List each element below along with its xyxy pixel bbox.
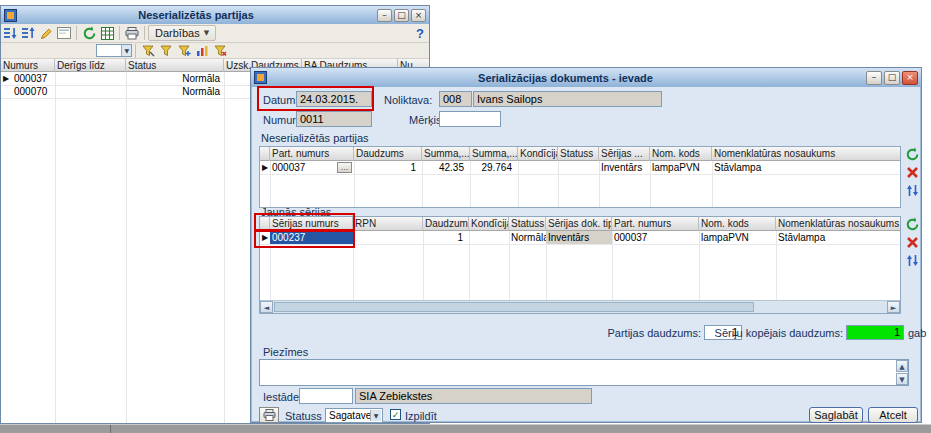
bg-toolbar-filter: ▼ bbox=[1, 43, 429, 59]
minimize-icon[interactable]: – bbox=[866, 71, 882, 85]
cell-numurs[interactable]: 000070 bbox=[12, 85, 55, 98]
filter-add-icon[interactable] bbox=[175, 43, 193, 59]
col-daudzums[interactable]: Daudzums bbox=[423, 217, 469, 231]
filter-clear-icon[interactable] bbox=[211, 43, 229, 59]
cell-part-numurs[interactable]: 000037 bbox=[612, 231, 699, 244]
scroll-right-icon[interactable]: ► bbox=[887, 301, 900, 313]
col-daudzums[interactable]: Daudzums bbox=[354, 147, 422, 161]
cell-part-numurs[interactable]: 000037 bbox=[270, 161, 336, 174]
row-marker-icon: ▶ bbox=[262, 231, 268, 244]
cell-status[interactable]: Normāla bbox=[128, 85, 222, 98]
col-rpn[interactable]: RPN bbox=[353, 217, 423, 231]
save-button[interactable]: Saglabāt bbox=[809, 407, 863, 423]
dialog-serializacijas-dokuments: Serializācijas dokuments - ievade – □ × … bbox=[250, 67, 922, 423]
col-nosaukums[interactable]: Nomenklatūras nosaukums bbox=[776, 217, 902, 231]
company-field: SIA Zebiekstes bbox=[355, 388, 592, 404]
cell-nom-kods[interactable]: lampaPVN bbox=[699, 231, 776, 244]
lookup-button[interactable]: … bbox=[337, 162, 352, 173]
maximize-icon[interactable]: □ bbox=[884, 71, 900, 85]
col-statuss[interactable]: Statuss bbox=[558, 147, 599, 161]
cancel-button[interactable]: Atcelt bbox=[868, 407, 918, 423]
filter-icon[interactable] bbox=[157, 43, 175, 59]
col-part-numurs[interactable]: Part. numurs bbox=[270, 147, 354, 161]
combo-arrow-icon[interactable]: ▼ bbox=[370, 410, 381, 421]
merkis-input[interactable] bbox=[439, 111, 501, 127]
help-icon[interactable]: ? bbox=[411, 25, 429, 41]
sort-rows-icon[interactable] bbox=[1, 25, 19, 41]
col-summa-2[interactable]: Summa,... bbox=[470, 147, 518, 161]
col-dok-tips[interactable]: Sērijas dok. tips bbox=[546, 217, 612, 231]
series-refresh-green-icon[interactable] bbox=[903, 216, 921, 233]
noliktava-field[interactable]: 008 bbox=[439, 91, 472, 107]
cell-serijas[interactable]: Inventārs bbox=[599, 161, 650, 174]
filter-edit-icon[interactable] bbox=[139, 43, 157, 59]
scroll-up-icon[interactable]: ▲ bbox=[896, 360, 908, 372]
maximize-icon[interactable]: □ bbox=[394, 9, 409, 22]
cell-summa-2[interactable]: 29.764 bbox=[470, 161, 514, 174]
sort-rows-desc-icon[interactable] bbox=[19, 25, 37, 41]
card-icon[interactable] bbox=[55, 25, 73, 41]
edit-pencil-icon[interactable] bbox=[37, 25, 55, 41]
cell-nosaukums[interactable]: Stāvlampa bbox=[712, 161, 900, 174]
cell-summa-1[interactable]: 42.35 bbox=[422, 161, 466, 174]
series-reorder-blue-icon[interactable] bbox=[903, 252, 921, 269]
gab-unit-label: gab bbox=[908, 325, 926, 341]
responsible-field[interactable]: Ivans Sailops bbox=[473, 91, 662, 107]
col-nom-kods[interactable]: Nom. kods bbox=[699, 217, 776, 231]
col-summa-1[interactable]: Summa,... bbox=[422, 147, 470, 161]
datums-field[interactable]: 24.03.2015. bbox=[296, 91, 372, 107]
actions-dropdown-button[interactable]: Darbības ▼ bbox=[148, 25, 216, 41]
column-header-derigs-lidz[interactable]: Derīgs līdz bbox=[55, 59, 126, 72]
app-icon bbox=[4, 9, 17, 22]
cell-statuss[interactable]: Normāla bbox=[509, 231, 546, 244]
izpildit-checkbox[interactable]: ✓ bbox=[390, 409, 401, 420]
col-statuss[interactable]: Statuss bbox=[509, 217, 546, 231]
filter-combo[interactable]: ▼ bbox=[96, 44, 132, 57]
cell-serijas-numurs-selected[interactable]: 000237 bbox=[270, 231, 353, 244]
column-header-numurs[interactable]: Numurs bbox=[1, 59, 55, 72]
close-icon[interactable]: × bbox=[411, 9, 426, 22]
dialog-titlebar[interactable]: Serializācijas dokuments - ievade – □ × bbox=[251, 68, 921, 87]
col-nosaukums[interactable]: Nomenklatūras nosaukums bbox=[712, 147, 900, 161]
col-serijas-numurs[interactable]: Sērijas numurs bbox=[270, 217, 353, 231]
col-part-numurs[interactable]: Part. numurs bbox=[612, 217, 699, 231]
batches-grid-header: Part. numurs Daudzums Summa,... Summa,..… bbox=[260, 147, 900, 161]
hscroll-thumb[interactable] bbox=[274, 302, 754, 312]
col-serijas[interactable]: Sērijas ... bbox=[599, 147, 650, 161]
col-nom-kods[interactable]: Nom. kods bbox=[650, 147, 712, 161]
cell-nosaukums[interactable]: Stāvlampa bbox=[776, 231, 902, 244]
scroll-down-icon[interactable]: ▼ bbox=[896, 373, 908, 385]
chart-icon[interactable] bbox=[193, 43, 211, 59]
iestade-input[interactable] bbox=[299, 388, 353, 404]
statuss-combobox[interactable]: Sagatave ▼ bbox=[325, 408, 383, 423]
bg-window-titlebar[interactable]: Neserializētās partijas – □ × bbox=[1, 6, 429, 24]
minimize-icon[interactable]: – bbox=[377, 9, 392, 22]
cell-daudzums[interactable]: 1 bbox=[354, 161, 418, 174]
close-icon[interactable]: × bbox=[902, 71, 918, 85]
taskbar[interactable] bbox=[0, 424, 931, 433]
series-grid-hscrollbar[interactable]: ◄ ► bbox=[260, 300, 900, 313]
col-kondicija[interactable]: Kondīcija bbox=[469, 217, 509, 231]
refresh-icon[interactable] bbox=[80, 25, 98, 41]
piezimes-textarea[interactable]: ▲ ▼ bbox=[259, 359, 909, 386]
cell-dok-tips[interactable]: Inventārs bbox=[546, 231, 612, 244]
col-kondicija[interactable]: Kondīcija bbox=[518, 147, 558, 161]
dialog-icon bbox=[254, 71, 267, 84]
batches-delete-red-icon[interactable] bbox=[903, 164, 921, 181]
numurs-field[interactable]: 0011 bbox=[296, 111, 372, 127]
combo-arrow-icon: ▼ bbox=[121, 45, 131, 56]
print-button[interactable] bbox=[259, 407, 279, 423]
batches-refresh-green-icon[interactable] bbox=[903, 146, 921, 163]
column-header-status[interactable]: Status bbox=[126, 59, 224, 72]
cell-daudzums[interactable]: 1 bbox=[423, 231, 465, 244]
series-delete-red-icon[interactable] bbox=[903, 234, 921, 251]
scroll-left-icon[interactable]: ◄ bbox=[260, 301, 273, 313]
desktop: Neserializētās partijas – □ × bbox=[0, 0, 931, 433]
cell-numurs[interactable]: 000037 bbox=[12, 72, 55, 85]
cell-status[interactable]: Normāla bbox=[128, 72, 222, 85]
batches-reorder-blue-icon[interactable] bbox=[903, 182, 921, 199]
printer-icon[interactable] bbox=[123, 25, 141, 41]
cell-nom-kods[interactable]: lampaPVN bbox=[650, 161, 712, 174]
izpildit-label: Izpildīt bbox=[405, 408, 437, 424]
export-table-icon[interactable] bbox=[98, 25, 116, 41]
